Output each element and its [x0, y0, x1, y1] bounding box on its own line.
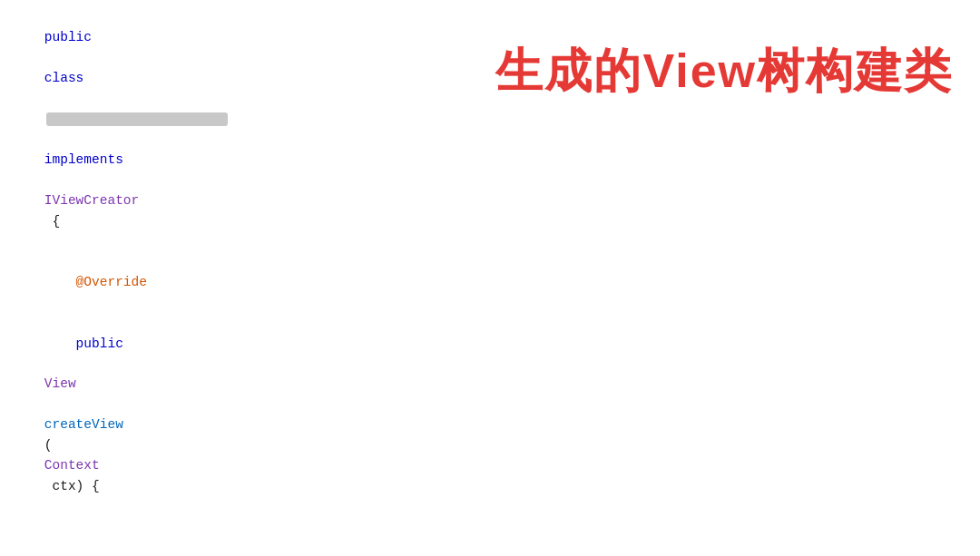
type-view: View	[44, 376, 76, 391]
code-line-4: Resources res = ctx.getResources();	[13, 517, 967, 556]
keyword-public: public	[44, 30, 92, 44]
code-editor: 生成的View树构建类 public class implements IVie…	[0, 0, 980, 556]
watermark-text: 生成的View树构建类	[495, 34, 953, 108]
keyword-public2: public	[44, 337, 123, 351]
keyword-class: class	[44, 71, 84, 85]
annotation-override: @Override	[44, 275, 147, 289]
method-createview: createView	[44, 417, 123, 432]
type-context: Context	[44, 458, 100, 473]
keyword-implements: implements	[44, 152, 123, 167]
class-name-blurred	[46, 112, 228, 126]
interface-name: IViewCreator	[44, 193, 139, 208]
code-line-3: public View createView ( Context ctx) {	[13, 313, 967, 517]
code-line-2: @Override	[13, 252, 967, 313]
